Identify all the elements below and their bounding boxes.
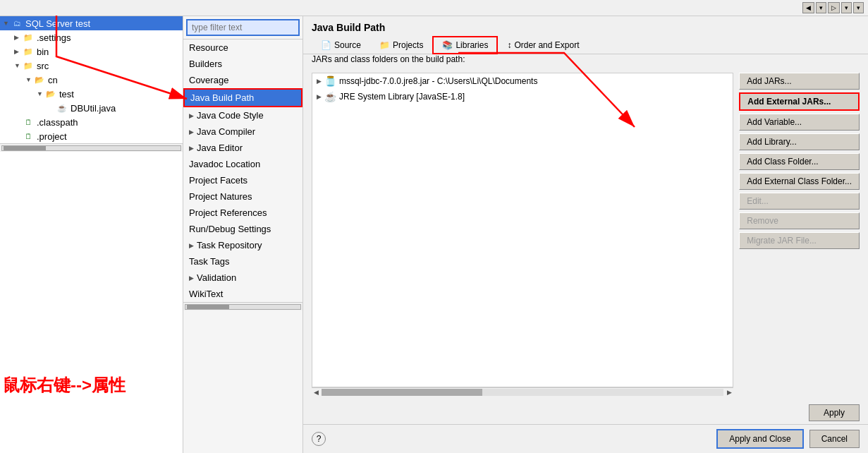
settings-label: Run/Debug Settings xyxy=(189,224,271,234)
tree-arrow: ▼ xyxy=(14,62,23,69)
settings-search-area xyxy=(183,16,302,40)
expand-arrow: ▶ xyxy=(189,242,194,249)
folder-icon: 📁 xyxy=(23,60,34,71)
settings-item-java-editor[interactable]: ▶ Java Editor xyxy=(183,140,302,156)
settings-item-project-natures[interactable]: Project Natures xyxy=(183,188,302,205)
settings-item-task-tags[interactable]: Task Tags xyxy=(183,253,302,270)
settings-label: Java Build Path xyxy=(190,92,254,103)
settings-label: Task Tags xyxy=(189,256,230,267)
settings-item-java-code-style[interactable]: ▶ Java Code Style xyxy=(183,107,302,123)
tab-order-export[interactable]: ↕ Order and Export xyxy=(498,36,588,54)
jre-icon: ☕ xyxy=(324,91,336,102)
help-icon[interactable]: ? xyxy=(312,432,326,446)
settings-item-run-debug[interactable]: Run/Debug Settings xyxy=(183,221,302,237)
settings-item-project-facets[interactable]: Project Facets xyxy=(183,172,302,188)
settings-list-panel: Resource Builders Coverage Java Build Pa… xyxy=(183,16,303,453)
tree-label-bin: bin xyxy=(37,47,49,57)
settings-label: Coverage xyxy=(189,75,228,85)
projects-tab-icon: 📁 xyxy=(379,40,390,50)
tree-label-settings: .settings xyxy=(37,32,71,43)
down-arrow2[interactable]: ▾ xyxy=(841,2,852,13)
file-tree-panel: ▼ 🗂 SQL Server test ▶ 📁 .settings ▶ 📁 bi… xyxy=(0,16,183,453)
lib-item-jre[interactable]: ▶ ☕ JRE System Library [JavaSE-1.8] xyxy=(312,89,733,104)
tree-item-root[interactable]: ▼ 🗂 SQL Server test xyxy=(0,16,183,30)
libraries-container: ▶ 🫙 mssql-jdbc-7.0.0.jre8.jar - C:\Users… xyxy=(312,73,733,396)
tab-source[interactable]: 📄 Source xyxy=(312,36,370,54)
tree-item-src[interactable]: ▼ 📁 src xyxy=(0,59,183,73)
settings-item-java-compiler[interactable]: ▶ Java Compiler xyxy=(183,123,302,140)
settings-item-coverage[interactable]: Coverage xyxy=(183,72,302,88)
help-label: ? xyxy=(317,434,322,444)
libraries-tab-icon: 📚 xyxy=(442,40,453,50)
settings-label: Java Editor xyxy=(197,143,243,153)
add-external-class-folder-button[interactable]: Add External Class Folder... xyxy=(739,173,860,190)
tab-order-export-label: Order and Export xyxy=(514,40,579,50)
settings-label: Java Compiler xyxy=(197,126,255,137)
settings-search-input[interactable] xyxy=(186,19,300,36)
settings-item-validation[interactable]: ▶ Validation xyxy=(183,270,302,286)
migrate-jar-button[interactable]: Migrate JAR File... xyxy=(739,232,860,249)
add-class-folder-button[interactable]: Add Class Folder... xyxy=(739,153,860,170)
top-nav-bar: ◀ ▾ ▷ ▾ ▾ xyxy=(0,0,868,16)
add-library-button[interactable]: Add Library... xyxy=(739,133,860,150)
settings-item-builders[interactable]: Builders xyxy=(183,56,302,72)
tree-item-settings[interactable]: ▶ 📁 .settings xyxy=(0,30,183,44)
lib-horizontal-scrollbar[interactable]: ◀ ▶ xyxy=(312,387,733,396)
scroll-left[interactable]: ◀ xyxy=(312,389,320,396)
folder-icon: 📂 xyxy=(45,88,56,99)
remove-button[interactable]: Remove xyxy=(739,212,860,229)
tab-projects[interactable]: 📁 Projects xyxy=(370,36,432,54)
settings-label: Validation xyxy=(197,272,236,283)
settings-item-resource[interactable]: Resource xyxy=(183,40,302,56)
tab-bar: 📄 Source 📁 Projects 📚 Libraries ↕ Order … xyxy=(303,36,868,54)
scroll-track[interactable] xyxy=(322,389,723,396)
tree-item-cn[interactable]: ▼ 📂 cn xyxy=(0,73,183,87)
settings-label: Project Natures xyxy=(189,191,252,202)
jar-icon: 🫙 xyxy=(324,76,336,87)
lib-label-jre: JRE System Library [JavaSE-1.8] xyxy=(339,92,465,102)
expand-arrow: ▶ xyxy=(189,128,194,135)
tree-item-dbutil[interactable]: ▶ ☕ DBUtil.java xyxy=(0,101,183,115)
tree-item-test[interactable]: ▼ 📂 test xyxy=(0,87,183,101)
settings-item-wikitext[interactable]: WikiText xyxy=(183,286,302,302)
tree-arrow: ▼ xyxy=(37,90,45,97)
lib-expand-arrow: ▶ xyxy=(317,78,322,85)
back-arrow[interactable]: ◀ xyxy=(802,2,814,13)
menu-arrow[interactable]: ▾ xyxy=(853,2,864,13)
project-file-icon: 🗒 xyxy=(23,131,34,142)
apply-row: Apply xyxy=(303,401,868,424)
apply-button[interactable]: Apply xyxy=(809,404,860,421)
tree-scrollbar[interactable] xyxy=(0,143,183,152)
settings-label: Project Facets xyxy=(189,175,247,186)
add-external-jars-button[interactable]: Add External JARs... xyxy=(739,92,860,111)
cancel-button[interactable]: Cancel xyxy=(809,430,860,448)
settings-label: Resource xyxy=(189,42,228,53)
nav-arrows: ◀ ▾ ▷ ▾ ▾ xyxy=(802,2,864,13)
tree-item-bin[interactable]: ▶ 📁 bin xyxy=(0,44,183,59)
add-jars-button[interactable]: Add JARs... xyxy=(739,73,860,90)
settings-label: Java Code Style xyxy=(197,110,264,121)
tab-libraries[interactable]: 📚 Libraries xyxy=(432,36,498,54)
settings-label: WikiText xyxy=(189,289,223,299)
settings-item-java-build-path[interactable]: Java Build Path xyxy=(183,88,302,107)
edit-button[interactable]: Edit... xyxy=(739,193,860,210)
forward-arrow[interactable]: ▷ xyxy=(828,2,840,13)
tree-label-cn: cn xyxy=(48,75,58,85)
tree-item-classpath[interactable]: ▶ 🗒 .classpath xyxy=(0,115,183,129)
libraries-list: ▶ 🫙 mssql-jdbc-7.0.0.jre8.jar - C:\Users… xyxy=(312,73,733,387)
tree-item-project[interactable]: ▶ 🗒 .project xyxy=(0,129,183,143)
tree-arrow: ▼ xyxy=(25,76,34,83)
folder-icon: 📂 xyxy=(34,74,45,85)
scroll-right[interactable]: ▶ xyxy=(725,389,733,396)
down-arrow[interactable]: ▾ xyxy=(816,2,826,13)
tree-label-src: src xyxy=(37,61,49,71)
settings-item-javadoc[interactable]: Javadoc Location xyxy=(183,156,302,172)
expand-arrow: ▶ xyxy=(189,112,194,119)
apply-and-close-button[interactable]: Apply and Close xyxy=(716,429,803,449)
settings-item-task-repository[interactable]: ▶ Task Repository xyxy=(183,237,302,253)
add-variable-button[interactable]: Add Variable... xyxy=(739,114,860,131)
lib-item-mssql[interactable]: ▶ 🫙 mssql-jdbc-7.0.0.jre8.jar - C:\Users… xyxy=(312,73,733,89)
settings-item-project-references[interactable]: Project References xyxy=(183,205,302,221)
tab-source-label: Source xyxy=(334,40,361,50)
settings-scrollbar[interactable] xyxy=(183,302,302,310)
